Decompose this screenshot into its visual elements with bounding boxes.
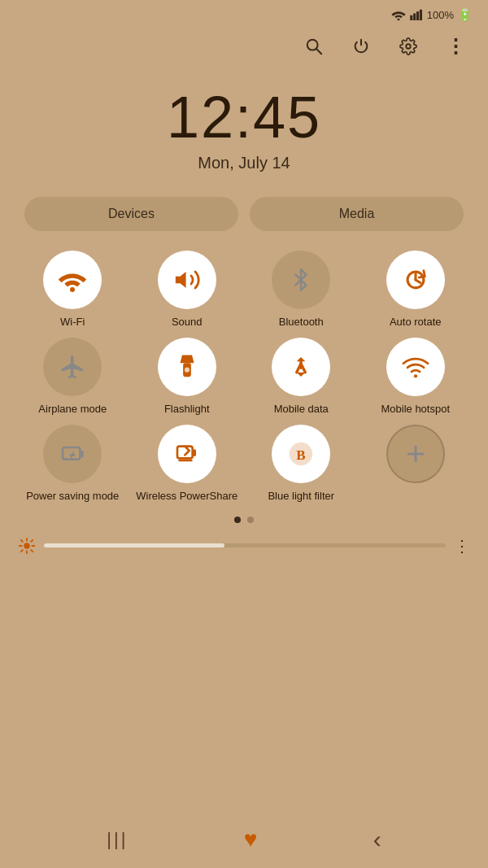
tile-wifi[interactable]: Wi-Fi bbox=[18, 251, 128, 329]
tile-add[interactable] bbox=[361, 425, 471, 504]
brightness-sun-icon bbox=[18, 537, 36, 555]
settings-button[interactable] bbox=[394, 32, 423, 61]
tile-bluetooth[interactable]: Bluetooth bbox=[246, 251, 356, 329]
tab-devices[interactable]: Devices bbox=[24, 197, 238, 231]
tile-flashlight[interactable]: Flashlight bbox=[133, 338, 242, 417]
top-actions: ⋮ bbox=[0, 25, 488, 68]
svg-rect-17 bbox=[177, 446, 193, 458]
add-icon-bg bbox=[386, 425, 445, 483]
powersaving-label: Power saving mode bbox=[26, 490, 119, 504]
wifi-status-icon bbox=[391, 9, 406, 20]
tile-powersaving[interactable]: Power saving mode bbox=[18, 425, 128, 504]
svg-point-12 bbox=[185, 367, 190, 372]
wifi-label: Wi-Fi bbox=[60, 316, 85, 329]
brightness-more-icon[interactable]: ⋮ bbox=[454, 536, 470, 556]
mobiledata-icon-bg bbox=[272, 338, 330, 396]
battery-percentage: 100% bbox=[427, 9, 454, 21]
brightness-track[interactable] bbox=[44, 543, 446, 547]
bluetooth-icon-bg bbox=[272, 251, 330, 309]
nav-recents-button[interactable]: ||| bbox=[107, 829, 128, 850]
tile-sound[interactable]: Sound bbox=[133, 251, 242, 329]
page-dots bbox=[0, 510, 488, 531]
tab-media[interactable]: Media bbox=[250, 197, 464, 231]
autorotate-icon-bg bbox=[386, 251, 445, 309]
nav-back-button[interactable]: ‹ bbox=[373, 826, 381, 853]
brightness-fill bbox=[44, 543, 224, 547]
svg-rect-4 bbox=[420, 10, 422, 20]
powersaving-icon-bg bbox=[43, 425, 102, 483]
hotspot-icon-bg bbox=[386, 338, 445, 396]
svg-rect-1 bbox=[410, 15, 412, 20]
svg-text:B: B bbox=[297, 447, 306, 463]
svg-line-31 bbox=[31, 540, 33, 542]
search-button[interactable] bbox=[299, 32, 329, 61]
bluelightfilter-icon-bg: B bbox=[272, 425, 330, 483]
svg-line-32 bbox=[21, 550, 23, 552]
tile-autorotate[interactable]: Auto rotate bbox=[361, 251, 471, 329]
tiles-grid: Wi-Fi Sound Bluetooth bbox=[0, 239, 488, 510]
flashlight-label: Flashlight bbox=[164, 403, 210, 417]
tile-mobiledata[interactable]: Mobile data bbox=[246, 338, 356, 417]
autorotate-label: Auto rotate bbox=[390, 316, 442, 329]
svg-point-24 bbox=[24, 543, 29, 548]
svg-point-7 bbox=[406, 44, 411, 49]
dot-1 bbox=[234, 517, 241, 523]
wifi-icon-bg bbox=[43, 251, 102, 309]
more-button[interactable]: ⋮ bbox=[441, 32, 470, 61]
tile-wirelesspowershare[interactable]: Wireless PowerShare bbox=[133, 425, 242, 504]
bluelightfilter-label: Blue light filter bbox=[268, 490, 334, 504]
tile-hotspot[interactable]: Mobile hotspot bbox=[361, 338, 471, 417]
svg-rect-3 bbox=[416, 11, 419, 20]
mobiledata-label: Mobile data bbox=[274, 403, 329, 417]
svg-line-29 bbox=[21, 540, 23, 542]
nav-home-button[interactable]: ♥ bbox=[244, 827, 258, 853]
svg-rect-2 bbox=[413, 13, 416, 20]
bottom-nav: ||| ♥ ‹ bbox=[0, 811, 488, 868]
svg-line-6 bbox=[316, 49, 321, 54]
svg-line-30 bbox=[31, 550, 33, 552]
tile-bluelightfilter[interactable]: B Blue light filter bbox=[246, 425, 356, 504]
status-icons: 100% 🔋 bbox=[391, 8, 472, 21]
clock-date: Mon, July 14 bbox=[0, 154, 488, 172]
bluetooth-label: Bluetooth bbox=[279, 316, 324, 329]
hotspot-label: Mobile hotspot bbox=[381, 403, 450, 417]
svg-rect-15 bbox=[63, 447, 80, 460]
brightness-bar[interactable]: ⋮ bbox=[18, 536, 470, 556]
battery-icon: 🔋 bbox=[458, 8, 472, 21]
signal-icon bbox=[410, 9, 423, 20]
dot-2 bbox=[247, 517, 254, 523]
sound-label: Sound bbox=[172, 316, 203, 329]
clock-section: 12:45 Mon, July 14 bbox=[0, 68, 488, 181]
tab-row: Devices Media bbox=[0, 181, 488, 239]
clock-time: 12:45 bbox=[0, 84, 488, 150]
svg-point-14 bbox=[414, 374, 417, 377]
sound-icon-bg bbox=[158, 251, 216, 309]
airplane-icon-bg bbox=[43, 338, 102, 396]
svg-point-8 bbox=[70, 287, 75, 292]
airplane-label: Airplane mode bbox=[38, 403, 107, 417]
status-bar: 100% 🔋 bbox=[0, 0, 488, 25]
svg-marker-9 bbox=[176, 272, 186, 288]
wirelesspowershare-icon-bg bbox=[158, 425, 216, 483]
wirelesspowershare-label: Wireless PowerShare bbox=[136, 490, 237, 504]
flashlight-icon-bg bbox=[158, 338, 216, 396]
svg-point-0 bbox=[397, 19, 399, 21]
tile-airplane[interactable]: Airplane mode bbox=[18, 338, 128, 417]
power-button[interactable] bbox=[346, 32, 376, 61]
